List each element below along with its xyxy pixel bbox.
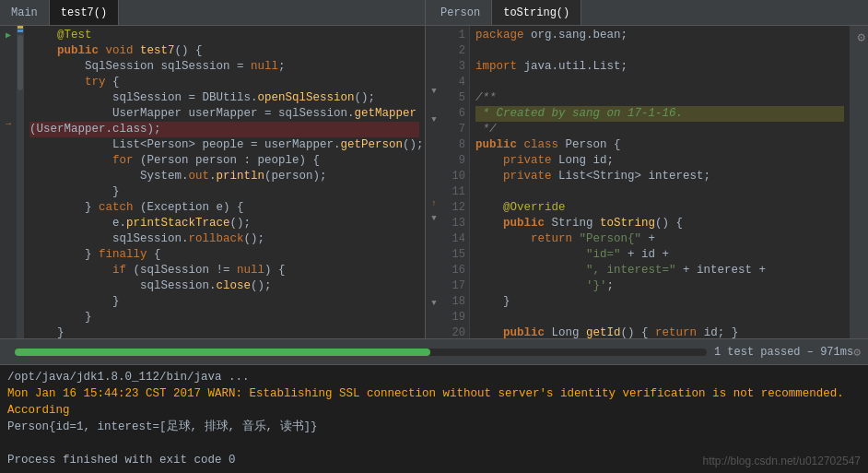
editor-container: ▶ → [0, 26, 868, 339]
scroll-mark-1 [18, 26, 23, 29]
tab-test7[interactable]: test7() [50, 0, 119, 25]
settings-icon[interactable]: ⚙ [858, 30, 865, 45]
tab-main[interactable]: Main [0, 0, 50, 25]
rline-7: */ [475, 122, 844, 137]
run-icon: ▶ [6, 30, 11, 41]
left-tab-bar: Main test7() [0, 0, 426, 25]
code-line-5: sqlSession = DBUtils.openSqlSession(); [29, 90, 419, 106]
right-tab-bar: Person toString() [426, 0, 868, 25]
left-editor-panel: ▶ → [0, 26, 426, 338]
rg-fold-1[interactable]: ▼ [431, 84, 436, 98]
code-line-4: try { [29, 75, 419, 90]
arrow-icon: → [6, 119, 11, 129]
code-line-2: public void test7() { [29, 43, 419, 59]
rline-10: private List<String> interest; [475, 169, 844, 184]
left-code-area[interactable]: @Test public void test7() { SqlSession s… [24, 26, 425, 338]
right-gutter: ▼ ▼ ↑ ▼ ▼ [426, 26, 442, 338]
console-line-2: Mon Jan 16 15:44:23 CST 2017 WARN: Estab… [7, 385, 861, 419]
code-line-14: sqlSession.rollback(); [29, 231, 419, 247]
rline-6: * Created by sang on 17-1-16. [475, 106, 844, 122]
code-line-19: } [29, 310, 419, 325]
rg-fold-2[interactable]: ▼ [431, 112, 436, 126]
right-line-numbers: 1 2 3 4 5 6 7 8 9 10 11 12 13 14 15 16 1… [442, 26, 470, 338]
code-line-13: e.printStackTrace(); [29, 216, 419, 231]
rg-arrow: ↑ [431, 197, 436, 211]
left-gutter: ▶ → [0, 26, 17, 338]
left-scroll-indicator[interactable] [17, 26, 24, 338]
code-line-9: for (Person person : people) { [29, 153, 419, 169]
code-line-17: sqlSession.close(); [29, 278, 419, 294]
code-line-6: UserMapper userMapper = sqlSession.getMa… [29, 106, 419, 122]
rg-fold-4[interactable]: ▼ [431, 296, 436, 310]
rline-14: return "Person{" + [475, 231, 844, 247]
rline-17: '}'; [475, 278, 844, 294]
rline-20: public Long getId() { return id; } [475, 325, 844, 338]
code-line-10: System.out.println(person); [29, 169, 419, 184]
tab-person[interactable]: Person [429, 0, 492, 25]
code-line-3: SqlSession sqlSession = null; [29, 59, 419, 75]
rline-13: public String toString() { [475, 216, 844, 231]
tab-tostring[interactable]: toString() [492, 0, 581, 25]
rline-3: import java.util.List; [475, 59, 844, 75]
code-line-20: } [29, 325, 419, 338]
code-line-8: List<Person> people = userMapper.getPers… [29, 137, 419, 153]
bottom-panel: 1 test passed – 971ms ⚙ /opt/java/jdk1.8… [0, 339, 868, 473]
right-code-area[interactable]: package org.sang.bean; import java.util.… [470, 26, 850, 338]
console-line-4 [7, 435, 861, 452]
code-line-16: if (sqlSession != null) { [29, 263, 419, 278]
watermark: http://blog.csdn.net/u012702547 [703, 455, 861, 467]
scroll-mark-2 [18, 30, 23, 32]
code-line-18: } [29, 294, 419, 310]
scroll-thumb [18, 35, 23, 90]
rline-2 [475, 43, 844, 59]
rline-9: private Long id; [475, 153, 844, 169]
code-line-12: } catch (Exception e) { [29, 200, 419, 216]
app-container: Main test7() Person toString() ▶ [0, 0, 868, 473]
code-line-1: @Test [29, 28, 419, 43]
right-editor-panel: ▼ ▼ ↑ ▼ ▼ 1 2 [426, 26, 868, 338]
bottom-settings-icon[interactable]: ⚙ [853, 345, 861, 360]
rline-8: public class Person { [475, 137, 844, 153]
gutter-run-icon[interactable]: ▶ [6, 28, 11, 42]
console-line-3: Person{id=1, interest=[足球, 排球, 音乐, 读书]} [7, 419, 861, 435]
rline-5: /** [475, 90, 844, 106]
rline-11 [475, 184, 844, 200]
progress-bar-container [15, 349, 707, 356]
rline-19 [475, 310, 844, 325]
rline-18: } [475, 294, 844, 310]
rg-fold-3[interactable]: ▼ [431, 211, 436, 225]
test-result-label: 1 test passed – 971ms [714, 346, 853, 359]
rline-16: ", interest=" + interest + [475, 263, 844, 278]
console-line-1: /opt/java/jdk1.8.0_112/bin/java ... [7, 369, 861, 385]
code-line-11: } [29, 184, 419, 200]
tab-bar: Main test7() Person toString() [0, 0, 868, 26]
rline-15: "id=" + id + [475, 247, 844, 263]
rline-4 [475, 75, 844, 90]
rline-12: @Override [475, 200, 844, 216]
right-settings-area: ⚙ [850, 26, 868, 338]
progress-bar [15, 349, 430, 356]
code-line-7: (UserMapper.class); [29, 122, 419, 137]
rline-1: package org.sang.bean; [475, 28, 844, 43]
gutter-arrow: → [6, 116, 11, 131]
code-line-15: } finally { [29, 247, 419, 263]
bottom-toolbar: 1 test passed – 971ms ⚙ [0, 339, 868, 365]
